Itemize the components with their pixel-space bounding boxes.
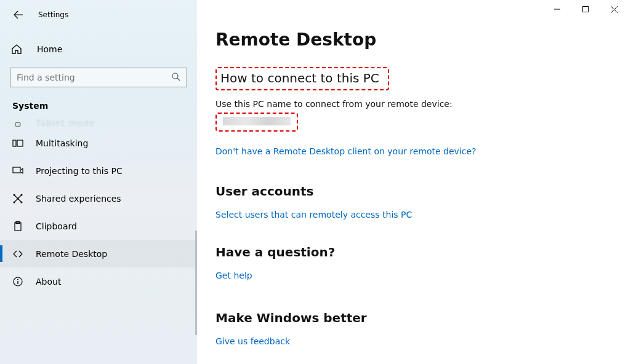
sidebar-item-label: Shared experiences [36,194,121,204]
select-users-link[interactable]: Select users that can remotely access th… [215,210,412,220]
settings-window: Settings Home System Tablet mode [0,0,628,364]
sidebar-item-label: Remote Desktop [36,249,107,259]
main-content: Remote Desktop How to connect to this PC… [197,0,628,364]
sidebar-home[interactable]: Home [0,37,197,61]
sidebar-item-clipboard[interactable]: Clipboard [0,212,197,240]
search-container [10,68,187,87]
clipboard-icon [11,221,25,232]
shared-experiences-icon [11,193,25,204]
sidebar-item-label: Clipboard [36,221,77,231]
sidebar: Settings Home System Tablet mode [0,0,197,364]
svg-rect-2 [15,123,20,127]
svg-point-10 [14,201,15,203]
search-input[interactable] [10,68,187,87]
svg-point-9 [21,194,23,196]
connect-heading: How to connect to this PC [220,71,379,85]
svg-point-16 [17,279,18,280]
svg-rect-3 [13,140,16,146]
question-heading: Have a question? [215,245,628,259]
svg-point-12 [17,197,19,199]
search-icon [171,72,181,82]
svg-line-1 [177,78,180,81]
sidebar-item-label: About [36,277,61,287]
back-button[interactable] [10,6,27,23]
minimize-icon [554,6,560,12]
close-icon [611,6,618,13]
sidebar-home-label: Home [37,44,62,54]
sidebar-item-shared-experiences[interactable]: Shared experiences [0,184,197,212]
window-controls [543,0,628,18]
svg-rect-4 [17,140,23,146]
maximize-button[interactable] [571,0,600,18]
minimize-button[interactable] [543,0,571,18]
sidebar-item-remote-desktop[interactable]: Remote Desktop [0,240,197,267]
tablet-icon [11,122,25,128]
sidebar-nav: Tablet mode Multitasking [0,116,197,295]
home-icon [11,44,22,55]
pc-name-highlight [215,113,298,132]
feedback-link[interactable]: Give us feedback [215,336,290,346]
remote-client-link[interactable]: Don't have a Remote Desktop client on yo… [215,146,476,156]
close-button[interactable] [600,0,628,18]
maximize-icon [582,6,589,12]
sidebar-item-multitasking[interactable]: Multitasking [0,129,197,157]
svg-point-0 [172,73,178,79]
connect-instruction: Use this PC name to connect from your re… [215,99,628,109]
window-title: Settings [38,10,68,19]
sidebar-item-tablet-mode[interactable]: Tablet mode [0,116,197,129]
back-arrow-icon [14,10,23,20]
user-accounts-heading: User accounts [215,184,628,199]
about-icon [11,276,25,287]
multitasking-icon [11,138,25,149]
sidebar-item-label: Projecting to this PC [36,166,123,176]
projecting-icon [11,165,25,176]
svg-point-8 [14,194,15,196]
feedback-heading: Make Windows better [215,311,628,325]
sidebar-item-projecting[interactable]: Projecting to this PC [0,157,197,184]
sidebar-item-label: Tablet mode [36,118,95,128]
sidebar-item-label: Multitasking [36,138,88,148]
sidebar-section-label: System [12,101,197,111]
svg-point-11 [21,201,23,203]
svg-rect-19 [583,7,589,12]
pc-name-redacted [223,117,291,125]
remote-desktop-icon [11,248,25,259]
sidebar-item-about[interactable]: About [0,267,197,295]
page-title: Remote Desktop [215,30,628,50]
get-help-link[interactable]: Get help [215,271,252,280]
connect-heading-highlight: How to connect to this PC [215,67,389,90]
svg-rect-5 [13,167,20,173]
titlebar: Settings [0,5,197,25]
